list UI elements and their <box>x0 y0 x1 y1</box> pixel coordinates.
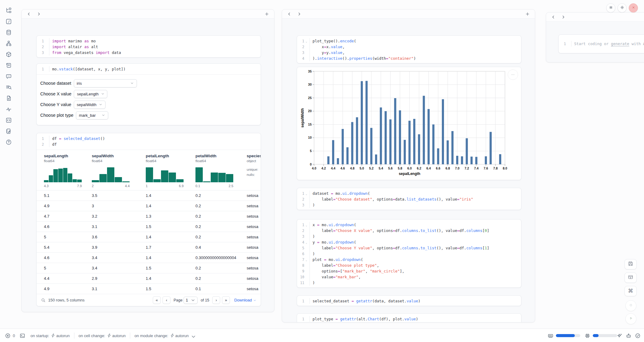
column-header[interactable]: petalLengthfloat6416.9 <box>146 154 195 188</box>
code-line[interactable]: plot_type().encode( <box>310 38 356 44</box>
table-row[interactable]: 4.93.11.50.1setosa <box>37 283 261 294</box>
download-button[interactable]: Download <box>234 298 256 302</box>
code-line[interactable]: import altair as alt <box>49 44 98 50</box>
prev-page-button[interactable]: ‹ <box>163 296 170 304</box>
table-row[interactable]: 4.63.11.50.2setosa <box>37 221 261 232</box>
code-line[interactable]: from vega_datasets import data <box>49 50 121 55</box>
vstack-cell[interactable]: 1mo.vstack([dataset, x, y, plot])Choose … <box>36 63 261 125</box>
code-line[interactable]: label="Choose Y value", options=df.colum… <box>310 245 489 251</box>
save-button[interactable] <box>624 259 637 269</box>
code-line[interactable]: x = mo.ui.dropdown( <box>310 222 356 228</box>
imports-cell[interactable]: 1import marimo as mo2import altair as al… <box>36 35 261 58</box>
code-line[interactable]: label="Choose dataset", options=data.lis… <box>310 196 473 202</box>
code-line[interactable]: options=["mark_bar", "mark_circle"], <box>310 268 404 274</box>
dataframe-cell[interactable]: 1df = selected_dataset()2dfsepalLengthfl… <box>36 133 261 306</box>
add-cell-icon[interactable] <box>525 12 530 16</box>
search-icon[interactable] <box>41 298 46 303</box>
sidebar-help-icon[interactable] <box>4 137 13 147</box>
xy-plot-dropdowns-cell[interactable]: 1⌄x = mo.ui.dropdown(2 label="Choose X v… <box>297 219 521 288</box>
menu-button[interactable] <box>606 3 615 12</box>
table-row[interactable]: 4.63.41.40.30000000000000004setosa <box>37 252 261 263</box>
run-mode-value[interactable]: autorun <box>112 333 126 338</box>
selected-dataset-cell[interactable]: 1selected_dataset = getattr(data, datase… <box>297 295 521 306</box>
sidebar-dependency-graph-icon[interactable] <box>4 38 13 48</box>
sidebar-tracing-icon[interactable] <box>4 104 13 114</box>
next-page-button[interactable]: › <box>212 296 220 304</box>
code-line[interactable]: import marimo as mo <box>49 38 96 44</box>
dataset-select[interactable]: iris <box>74 79 137 87</box>
plot-type-cell[interactable]: 1plot_type = getattr(alt.Chart(df), plot… <box>297 313 521 322</box>
column-prev-icon[interactable] <box>551 15 556 20</box>
sidebar-code-icon[interactable] <box>4 115 13 125</box>
code-line[interactable]: label="Choose plot type", <box>310 262 379 268</box>
chart-options-button[interactable] <box>508 69 518 80</box>
table-row[interactable]: 53.61.40.2setosa <box>37 232 261 242</box>
code-line[interactable]: y=y.value, <box>310 50 345 55</box>
table-row[interactable]: 5.43.91.70.4setosa <box>37 242 261 252</box>
y-value-select[interactable]: sepalWidth <box>74 101 106 109</box>
sidebar-script-icon[interactable] <box>4 60 13 70</box>
column-header[interactable]: petalWidthfloat640.12.5 <box>195 154 247 188</box>
sidebar-scratchpad-icon[interactable] <box>4 126 13 136</box>
bar-chart[interactable]: 4.04.24.44.64.85.05.25.45.65.86.06.26.46… <box>299 68 518 179</box>
code-line[interactable]: dataset = mo.ui.dropdown( <box>310 191 370 196</box>
add-cell-icon[interactable] <box>264 12 269 16</box>
sidebar-database-icon[interactable] <box>4 27 13 37</box>
code-line[interactable]: df <box>49 141 57 147</box>
code-line[interactable]: value="mark_bar", <box>310 274 361 280</box>
error-indicator[interactable]: 0 <box>5 329 15 342</box>
code-line[interactable]: y = mo.ui.dropdown( <box>310 239 356 245</box>
layout-button[interactable] <box>624 273 637 283</box>
column-next-icon[interactable] <box>36 12 41 16</box>
code-line[interactable]: df = selected_dataset() <box>49 136 105 141</box>
code-line[interactable]: ) <box>310 233 315 239</box>
shutdown-button[interactable] <box>629 3 638 12</box>
last-page-button[interactable]: » <box>222 296 230 304</box>
sidebar-chat-icon[interactable] <box>4 71 13 81</box>
plot-type-select[interactable]: mark_bar <box>76 111 108 119</box>
empty-code-cell[interactable]: 1 Start coding or generate with AI <box>558 34 644 53</box>
terminal-button[interactable] <box>20 329 25 342</box>
code-placeholder[interactable]: Start coding or generate with AI <box>571 41 644 47</box>
column-prev-icon[interactable] <box>27 12 31 16</box>
code-line[interactable]: label="Choose X value", options=df.colum… <box>310 228 489 233</box>
code-line[interactable]: ) <box>310 280 315 286</box>
column-next-icon[interactable] <box>297 12 302 16</box>
generate-link[interactable]: generate <box>611 41 629 46</box>
code-line[interactable]: mo.vstack([dataset, x, y, plot]) <box>49 66 126 72</box>
table-row[interactable]: 4.73.21.30.2setosa <box>37 211 261 221</box>
code-line[interactable]: ).interactive().properties(width="contai… <box>310 55 416 61</box>
column-next-icon[interactable] <box>561 15 566 20</box>
x-value-select[interactable]: sepalLength <box>74 90 107 98</box>
sidebar-logs-icon[interactable] <box>4 82 13 92</box>
chevron-down-icon[interactable] <box>191 334 195 338</box>
page-select[interactable]: 1 <box>184 297 198 304</box>
runtime-status-button[interactable] <box>635 329 641 342</box>
code-line[interactable]: selected_dataset = getattr(data, dataset… <box>310 298 420 304</box>
run-mode-value[interactable]: autorun <box>175 333 189 338</box>
ai-button[interactable] <box>617 329 622 342</box>
stop-button[interactable] <box>625 300 636 311</box>
sidebar-snippets-icon[interactable] <box>4 93 13 103</box>
code-line[interactable]: plot = mo.ui.dropdown( <box>310 257 363 262</box>
chatbot-button[interactable] <box>626 329 631 342</box>
sidebar-file-tree-icon[interactable] <box>4 5 13 15</box>
run-mode-value[interactable]: autorun <box>56 333 70 338</box>
dataset-dropdown-cell[interactable]: 1⌄dataset = mo.ui.dropdown(2 label="Choo… <box>297 188 521 210</box>
column-prev-icon[interactable] <box>287 12 292 16</box>
code-line[interactable]: x=x.value, <box>310 44 345 50</box>
chart-output-cell[interactable]: 4.04.24.44.64.85.05.25.45.65.86.06.26.46… <box>297 67 521 180</box>
run-button[interactable] <box>625 313 636 324</box>
table-row[interactable]: 53.41.50.2setosa <box>37 263 261 273</box>
table-row[interactable]: 4.931.40.2setosa <box>37 201 261 211</box>
code-line[interactable]: plot_type = getattr(alt.Chart(df), plot.… <box>310 316 418 322</box>
code-line[interactable]: ) <box>310 202 315 208</box>
table-row[interactable]: 4.42.91.40.2setosa <box>37 273 261 283</box>
column-header[interactable]: sepalWidthfloat6424.4 <box>92 154 146 188</box>
column-header[interactable]: speciesobjectunique:nulls: <box>247 154 261 188</box>
sidebar-function-icon[interactable]: ƒ <box>4 16 13 26</box>
command-palette-button[interactable]: ⌘ <box>624 286 637 296</box>
plot-encode-cell[interactable]: 1⌄plot_type().encode(2 x=x.value,3 y=y.v… <box>297 35 521 63</box>
first-page-button[interactable]: « <box>153 296 161 304</box>
settings-button[interactable] <box>617 3 627 12</box>
